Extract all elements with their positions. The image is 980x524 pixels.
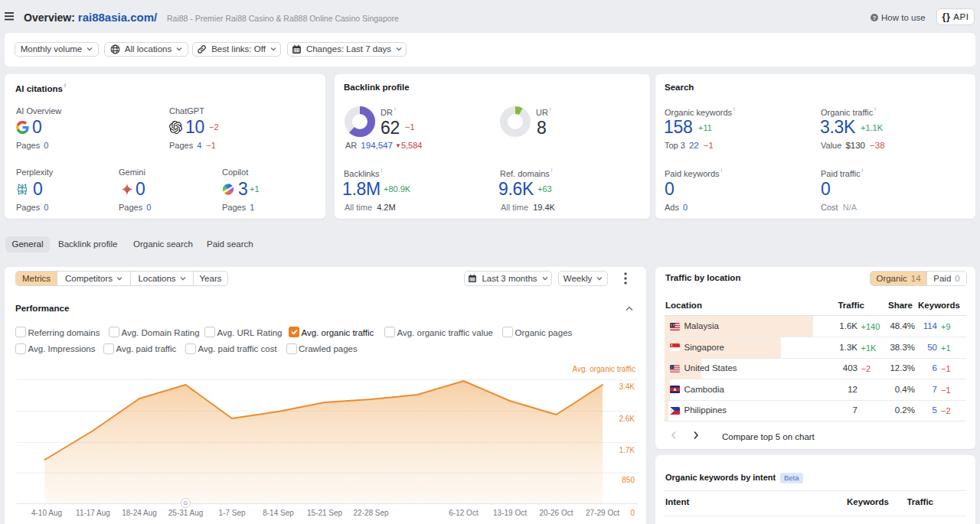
svg-text:G: G (184, 500, 188, 506)
svg-text:?: ? (872, 14, 876, 21)
